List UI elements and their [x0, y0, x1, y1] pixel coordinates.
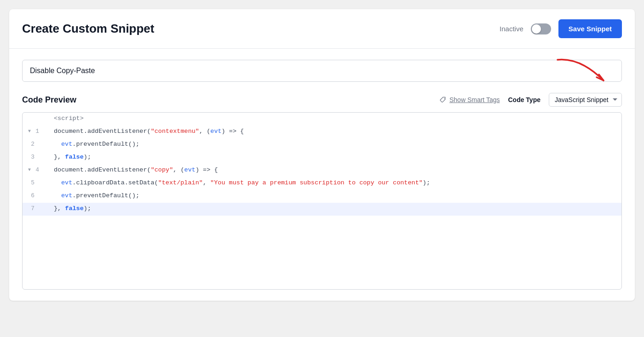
line-content-5: evt.clipboardData.setData("text/plain", …	[50, 178, 621, 188]
line-content-4: document.addEventListener("copy", (evt) …	[50, 165, 621, 175]
line-content-7: }, false);	[50, 204, 621, 213]
page-header: Create Custom Snippet Inactive Save Snip…	[9, 9, 635, 49]
name-input-wrapper	[22, 60, 622, 82]
line-gutter-1: ▼ 1	[23, 126, 50, 136]
line-gutter-2: 2	[23, 139, 50, 149]
fold-arrow-1[interactable]: ▼	[28, 129, 31, 134]
code-editor-empty-space	[23, 216, 621, 289]
code-line-5: 5 evt.clipboardData.setData("text/plain"…	[23, 177, 621, 190]
main-card: Create Custom Snippet Inactive Save Snip…	[9, 9, 635, 301]
save-snippet-button[interactable]: Save Snippet	[558, 19, 622, 38]
line-content-1: document.addEventListener("contextmenu",…	[50, 126, 621, 136]
code-line-3: 3 }, false);	[23, 151, 621, 164]
code-line-6: 6 evt.preventDefault();	[23, 190, 621, 203]
code-preview-header: Code Preview Show Smart Tags Code Type J…	[22, 93, 622, 107]
line-gutter-3: 3	[23, 152, 50, 162]
code-line-1: ▼ 1 document.addEventListener("contextme…	[23, 126, 621, 138]
code-preview-title: Code Preview	[22, 95, 76, 105]
code-line-comment: <script>	[23, 113, 621, 126]
line-gutter-comment	[23, 114, 50, 116]
code-type-select[interactable]: JavaScript Snippet CSS Snippet HTML Snip…	[549, 93, 622, 107]
inactive-label: Inactive	[500, 25, 523, 33]
code-preview-controls: Show Smart Tags Code Type JavaScript Sni…	[439, 93, 622, 107]
line-gutter-6: 6	[23, 191, 50, 200]
svg-point-0	[444, 98, 445, 99]
line-gutter-4: ▼ 4	[23, 165, 50, 175]
code-type-label: Code Type	[508, 96, 540, 103]
tag-icon	[439, 96, 447, 103]
code-line-7: 7 }, false);	[23, 203, 621, 216]
fold-arrow-4[interactable]: ▼	[28, 167, 31, 172]
smart-tags-label: Show Smart Tags	[449, 96, 500, 103]
code-editor[interactable]: <script> ▼ 1 document.addEventListener("…	[22, 112, 622, 290]
show-smart-tags-link[interactable]: Show Smart Tags	[439, 96, 500, 103]
active-toggle[interactable]	[531, 23, 551, 34]
line-gutter-7: 7	[23, 204, 50, 213]
line-gutter-5: 5	[23, 178, 50, 188]
page-title: Create Custom Snippet	[22, 22, 155, 36]
header-actions: Inactive Save Snippet	[500, 19, 622, 38]
page-wrapper: Create Custom Snippet Inactive Save Snip…	[0, 0, 644, 337]
page-body: Code Preview Show Smart Tags Code Type J…	[9, 49, 635, 301]
line-content-3: }, false);	[50, 152, 621, 162]
line-content-6: evt.preventDefault();	[50, 191, 621, 200]
line-content-comment: <script>	[50, 114, 621, 123]
line-content-2: evt.preventDefault();	[50, 139, 621, 149]
code-line-2: 2 evt.preventDefault();	[23, 138, 621, 151]
code-line-4: ▼ 4 document.addEventListener("copy", (e…	[23, 164, 621, 177]
snippet-name-input[interactable]	[22, 60, 622, 82]
